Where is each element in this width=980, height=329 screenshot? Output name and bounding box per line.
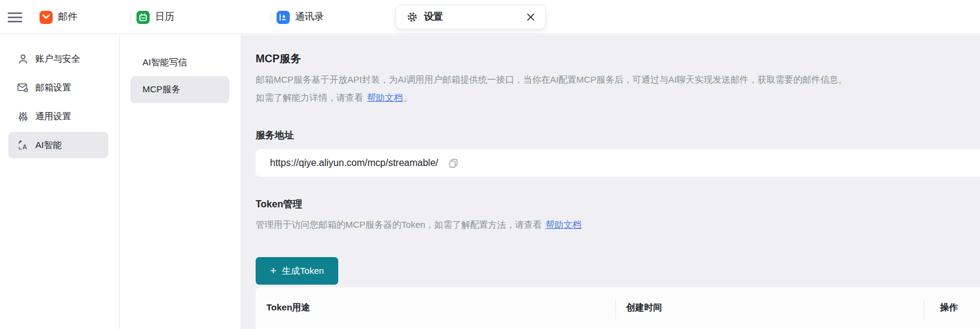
generate-token-button[interactable]: + 生成Token: [256, 257, 338, 285]
sidebar-item-label: AI智能: [35, 140, 62, 151]
column-header-token-purpose: Token用途: [266, 302, 626, 313]
mcp-intro-text: 邮箱MCP服务基于开放API封装，为AI调用用户邮箱提供统一接口，当你在AI配置…: [256, 71, 956, 107]
copy-icon[interactable]: [447, 156, 460, 170]
topbar: 邮件 日历 通讯录: [0, 0, 980, 34]
app-tab-calendar[interactable]: 日历: [136, 0, 174, 34]
topbar-separator: [131, 11, 131, 23]
app-tab-mail[interactable]: 邮件: [40, 0, 77, 34]
settings-tab-label: 设置: [424, 11, 443, 23]
mcp-service-panel: MCP服务 邮箱MCP服务基于开放API封装，为AI调用用户邮箱提供统一接口，当…: [241, 35, 980, 329]
token-table: Token用途 创建时间 操作: [256, 287, 980, 329]
contacts-app-icon: [277, 11, 290, 24]
gear-icon: [406, 11, 418, 23]
mail-app-icon: [40, 11, 53, 24]
sidebar-item-label: 账户与安全: [35, 53, 80, 65]
app-tab-label: 日历: [155, 11, 174, 23]
token-section-description: 管理用于访问您邮箱的MCP服务器的Token，如需了解配置方法，请查看帮助文档: [256, 216, 582, 234]
sidebar-item-ai[interactable]: A AI智能: [8, 132, 108, 158]
intro-line1: 邮箱MCP服务基于开放API封装，为AI调用用户邮箱提供统一接口，当你在AI配置…: [256, 71, 956, 89]
subsidebar-item-label: AI智能写信: [142, 57, 187, 68]
service-address-label: 服务地址: [256, 129, 294, 142]
svg-text:A: A: [22, 143, 27, 150]
subsidebar-item-ai-writing[interactable]: AI智能写信: [131, 49, 229, 76]
settings-sidebar: 账户与安全 邮箱设置 通用设置: [0, 35, 120, 329]
app-tab-label: 通讯录: [295, 11, 324, 23]
plus-icon: +: [270, 265, 277, 276]
service-address-field[interactable]: https://qiye.aliyun.com/mcp/streamable/: [256, 149, 980, 177]
column-header-created-time: 创建时间: [626, 302, 924, 313]
token-table-header-row: Token用途 创建时间 操作: [256, 287, 980, 313]
calendar-app-icon: [136, 11, 150, 24]
hamburger-icon: [7, 10, 23, 25]
mail-settings-icon: [17, 82, 29, 93]
sidebar-item-mailbox-settings[interactable]: 邮箱设置: [8, 74, 108, 101]
sidebar-item-label: 通用设置: [35, 111, 71, 122]
app-tab-contacts[interactable]: 通讯录: [277, 0, 324, 34]
hamburger-menu-button[interactable]: [7, 10, 23, 25]
sliders-icon: [17, 110, 29, 122]
intro-line2: 如需了解能力详情，请查看帮助文档。: [256, 92, 412, 102]
close-icon[interactable]: [524, 11, 537, 24]
topbar-separator: [271, 11, 271, 23]
page-title: MCP服务: [256, 52, 301, 66]
column-header-actions: 操作: [924, 302, 980, 313]
user-icon: [17, 53, 29, 65]
sidebar-item-account-security[interactable]: 账户与安全: [8, 46, 108, 72]
service-address-url: https://qiye.aliyun.com/mcp/streamable/: [270, 158, 438, 168]
tab-settings[interactable]: 设置: [395, 5, 546, 29]
help-doc-link[interactable]: 帮助文档: [367, 92, 403, 102]
app-window: 邮件 日历 通讯录: [0, 0, 980, 329]
token-section-title: Token管理: [256, 198, 302, 211]
app-tab-label: 邮件: [58, 11, 77, 23]
subsidebar-item-mcp-service[interactable]: MCP服务: [131, 76, 229, 103]
help-doc-link[interactable]: 帮助文档: [545, 219, 581, 230]
ai-subsidebar: AI智能写信 MCP服务: [120, 35, 241, 329]
subsidebar-item-label: MCP服务: [142, 84, 180, 95]
sidebar-item-label: 邮箱设置: [35, 82, 71, 93]
sidebar-item-general-settings[interactable]: 通用设置: [8, 103, 108, 129]
ai-icon: A: [17, 139, 29, 151]
